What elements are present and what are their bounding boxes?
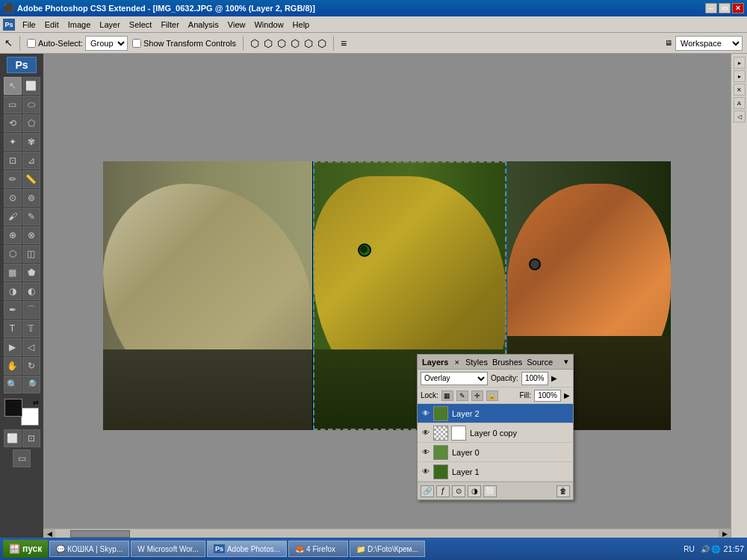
ruler-tool[interactable]: 📏 (22, 170, 40, 188)
text-tool[interactable]: T (4, 320, 22, 337)
distribute-icon[interactable]: ≡ (341, 37, 347, 49)
brush-tool[interactable]: 🖌 (4, 208, 22, 225)
align-bottom-icon[interactable]: ⬡ (317, 37, 326, 49)
paint-bucket-tool[interactable]: ⬟ (22, 264, 40, 281)
workspace-dropdown[interactable]: Workspace (675, 36, 743, 51)
standard-mode[interactable]: ⬜ (4, 429, 22, 447)
marquee-rect-tool[interactable]: ▭ (4, 96, 22, 113)
layer-eye-layer0[interactable]: 👁 (421, 447, 431, 458)
brushes-tab[interactable]: Brushes (492, 358, 522, 367)
right-btn-1[interactable]: ▸ (734, 57, 746, 69)
menu-select[interactable]: Select (125, 19, 157, 31)
opacity-input[interactable] (521, 372, 548, 385)
layer-row-layer2[interactable]: 👁 Layer 2 (418, 404, 573, 423)
path-selection-tool[interactable]: ▶ (4, 338, 22, 356)
bg-eraser-tool[interactable]: ◫ (22, 245, 40, 263)
menu-layer[interactable]: Layer (95, 19, 125, 31)
right-btn-4[interactable]: A (734, 97, 746, 109)
rotate-view-tool[interactable]: ↻ (22, 357, 40, 375)
menu-file[interactable]: File (18, 19, 40, 31)
slice-tool[interactable]: ⊿ (22, 152, 40, 169)
artboard-tool[interactable]: ⬜ (22, 77, 40, 95)
magic-wand-tool[interactable]: ✦ (4, 133, 22, 151)
close-panel-button[interactable]: ▾ (564, 357, 568, 367)
layer-row-layer0copy[interactable]: 👁 Layer 0 copy (418, 423, 573, 443)
menu-edit[interactable]: Edit (40, 19, 63, 31)
hand-tool[interactable]: ✋ (4, 357, 22, 375)
menu-filter[interactable]: Filter (156, 19, 183, 31)
align-middle-icon[interactable]: ⬡ (304, 37, 313, 49)
menu-help[interactable]: Help (288, 19, 314, 31)
eraser-tool[interactable]: ⬡ (4, 245, 22, 263)
horizontal-scrollbar[interactable]: ◀ ▶ (43, 529, 731, 538)
align-right-icon[interactable]: ⬡ (277, 37, 286, 49)
align-center-icon[interactable]: ⬡ (264, 37, 273, 49)
delete-layer-button[interactable]: 🗑 (557, 485, 570, 497)
transform-checkbox[interactable] (132, 39, 141, 48)
lock-paint-icon[interactable]: ✎ (456, 391, 468, 401)
layers-tab[interactable]: Layers (422, 358, 448, 367)
screen-mode-btn[interactable]: ▭ (13, 449, 31, 467)
vertical-text-tool[interactable]: 𝕋 (22, 320, 40, 337)
pen-tool[interactable]: ✒ (4, 301, 22, 319)
restore-button[interactable]: ▭ (719, 3, 731, 13)
gradient-tool[interactable]: ▦ (4, 264, 22, 281)
swap-colors-icon[interactable]: ⇄ (33, 399, 39, 406)
menu-window[interactable]: Window (249, 19, 288, 31)
spot-heal-tool[interactable]: ⊙ (4, 189, 22, 207)
source-tab[interactable]: Source (527, 358, 553, 367)
scroll-right-btn[interactable]: ▶ (719, 529, 731, 538)
taskbar-item-word[interactable]: W Microsoft Wor... (131, 541, 205, 557)
pencil-tool[interactable]: ✎ (22, 208, 40, 225)
foreground-color[interactable] (4, 399, 22, 417)
lock-position-icon[interactable]: ✛ (471, 391, 483, 401)
opacity-arrow-icon[interactable]: ▶ (551, 374, 557, 382)
auto-select-dropdown[interactable]: Group Layer (85, 36, 128, 51)
taskbar-item-skype[interactable]: 💬 КОШКА | Skyp... (49, 541, 129, 557)
taskbar-item-folder[interactable]: 📁 D:\Foto\Крем... (350, 541, 425, 557)
menu-analysis[interactable]: Analysis (184, 19, 223, 31)
scroll-left-btn[interactable]: ◀ (43, 529, 55, 538)
clone-stamp-tool[interactable]: ⊕ (4, 226, 22, 244)
layer-row-layer1[interactable]: 👁 Layer 1 (418, 462, 573, 482)
layer-eye-layer0copy[interactable]: 👁 (421, 428, 431, 438)
right-btn-3[interactable]: ✕ (734, 84, 746, 96)
background-color[interactable] (21, 408, 39, 426)
lock-all-icon[interactable]: 🔒 (486, 391, 498, 401)
new-layer-button[interactable]: ⬜ (483, 485, 497, 497)
burn-tool[interactable]: ◐ (22, 282, 40, 300)
eyedropper-tool[interactable]: ✏ (4, 170, 22, 188)
right-btn-2[interactable]: ▸ (734, 70, 746, 82)
layer-eye-layer1[interactable]: 👁 (421, 467, 431, 477)
marquee-ellipse-tool[interactable]: ⬭ (22, 96, 40, 113)
zoom-tool[interactable]: 🔍 (4, 376, 22, 393)
quick-mask-mode[interactable]: ⊡ (22, 429, 40, 447)
layer-row-layer0[interactable]: 👁 Layer 0 (418, 443, 573, 462)
crop-tool[interactable]: ⊡ (4, 152, 22, 169)
language-indicator[interactable]: RU (681, 544, 697, 555)
heal-tool[interactable]: ⊚ (22, 189, 40, 207)
blend-mode-dropdown[interactable]: Overlay Normal Multiply Screen (421, 372, 488, 385)
layer-eye-layer2[interactable]: 👁 (421, 408, 431, 419)
zoom-out-tool[interactable]: 🔎 (22, 376, 40, 393)
direct-selection-tool[interactable]: ◁ (22, 338, 40, 356)
quick-selection-tool[interactable]: ✾ (22, 133, 40, 151)
minimize-button[interactable]: ─ (705, 3, 717, 13)
fill-input[interactable] (534, 390, 561, 402)
styles-tab[interactable]: Styles (465, 358, 488, 367)
layer-link-button[interactable]: 🔗 (421, 485, 434, 497)
freeform-pen-tool[interactable]: ⌒ (22, 301, 40, 319)
start-button[interactable]: 🪟 пуск (3, 540, 48, 558)
align-left-icon[interactable]: ⬡ (250, 37, 259, 49)
lock-transparent-icon[interactable]: ▦ (441, 391, 453, 401)
right-btn-5[interactable]: ◁ (734, 111, 746, 122)
menu-view[interactable]: View (223, 19, 250, 31)
taskbar-item-firefox[interactable]: 🦊 4 Firefox (288, 541, 348, 557)
align-top-icon[interactable]: ⬡ (291, 37, 300, 49)
layer-style-button[interactable]: ƒ (436, 485, 450, 497)
pattern-stamp-tool[interactable]: ⊗ (22, 226, 40, 244)
layer-mask-button[interactable]: ⊙ (452, 485, 465, 497)
close-button[interactable]: ✕ (732, 3, 744, 13)
menu-image[interactable]: Image (63, 19, 96, 31)
new-fill-layer-button[interactable]: ◑ (468, 485, 481, 497)
